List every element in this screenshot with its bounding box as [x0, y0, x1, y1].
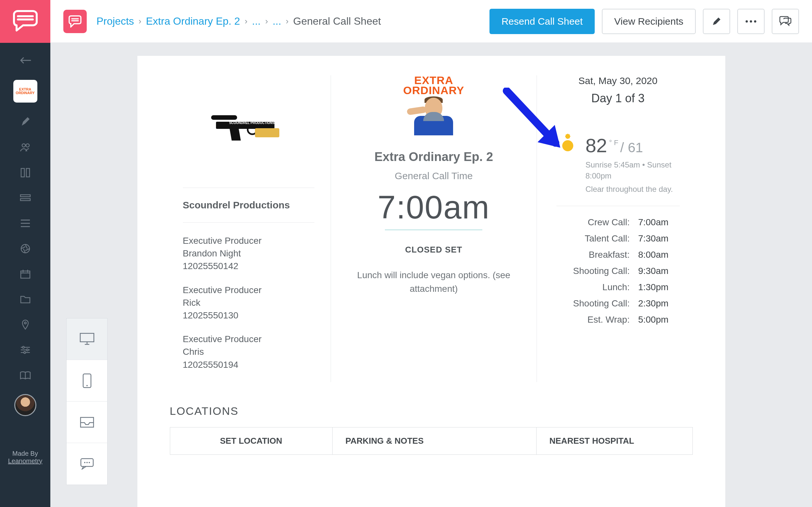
- more-button[interactable]: [737, 9, 765, 34]
- schedule-value: 7:00am: [638, 217, 680, 228]
- credit-block: Executive ProducerBrandon Night120255501…: [183, 234, 315, 273]
- crumb-ellipsis[interactable]: ...: [272, 15, 281, 27]
- resend-button[interactable]: Resend Call Sheet: [490, 9, 595, 34]
- col-parking-notes: PARKING & NOTES: [333, 428, 537, 454]
- view-recipients-button[interactable]: View Recipients: [602, 9, 696, 34]
- comments-button[interactable]: [772, 9, 799, 34]
- book-icon[interactable]: [19, 370, 31, 381]
- device-preview-panel: [66, 318, 107, 485]
- call-time-column: EXTRAORDINARY Extra Ordinary Ep. 2 Gener…: [331, 75, 537, 382]
- svg-point-16: [84, 462, 86, 463]
- shoot-day: Day 1 of 3: [556, 92, 680, 105]
- credit-phone: 12025550142: [183, 260, 315, 272]
- project-badge[interactable]: [63, 10, 87, 33]
- pencil-icon: [712, 16, 721, 26]
- schedule-row: Est. Wrap:5:00pm: [556, 315, 680, 325]
- credit-name: Brandon Night: [183, 247, 315, 260]
- crumb-ellipsis[interactable]: ...: [252, 15, 261, 27]
- svg-rect-12: [80, 333, 94, 342]
- schedule-value: 2:30pm: [638, 298, 680, 309]
- stack-icon[interactable]: [19, 192, 31, 204]
- pencil-icon[interactable]: [19, 116, 31, 128]
- device-desktop[interactable]: [66, 319, 107, 360]
- temp-high: 82: [586, 134, 607, 157]
- company-column: SCOUNDREL PRODUCTIONS Scoundrel Producti…: [170, 75, 331, 382]
- credit-block: Executive ProducerChris12025550194: [183, 333, 315, 371]
- shoot-date: Sat, May 30, 2020: [556, 75, 680, 86]
- locations-section: LOCATIONS SET LOCATION PARKING & NOTES N…: [137, 382, 725, 455]
- svg-point-21: [754, 20, 756, 22]
- svg-point-1: [26, 144, 29, 147]
- temp-low: / 61: [620, 140, 643, 156]
- crumb-current: General Call Sheet: [293, 15, 381, 27]
- svg-point-19: [746, 20, 748, 22]
- svg-point-17: [86, 462, 88, 463]
- columns-icon[interactable]: [19, 167, 31, 178]
- project-title: Extra Ordinary Ep. 2: [374, 150, 493, 164]
- schedule-row: Shooting Call:2:30pm: [556, 298, 680, 309]
- edit-button[interactable]: [703, 9, 730, 34]
- credit-name: Chris: [183, 345, 315, 358]
- svg-point-0: [22, 144, 26, 147]
- list-icon[interactable]: [19, 218, 31, 229]
- project-poster: EXTRAORDINARY: [400, 75, 468, 137]
- schedule-row: Crew Call:7:00am: [556, 217, 680, 228]
- aperture-icon[interactable]: [19, 243, 31, 255]
- schedule-list: Crew Call:7:00amTalent Call:7:30amBreakf…: [556, 217, 680, 325]
- credit-role: Executive Producer: [183, 333, 315, 345]
- made-by-company[interactable]: Leanometry: [0, 457, 50, 465]
- schedule-label: Lunch:: [556, 282, 630, 292]
- crumb-projects[interactable]: Projects: [96, 15, 134, 27]
- svg-point-9: [22, 346, 24, 348]
- chevron-right-icon: ›: [265, 16, 269, 26]
- folder-icon[interactable]: [19, 293, 31, 305]
- temp-unit: ° F: [609, 138, 618, 147]
- credit-phone: 12025550130: [183, 309, 315, 322]
- sun-icon: [556, 134, 579, 157]
- credit-phone: 12025550194: [183, 358, 315, 371]
- topbar: Projects › Extra Ordinary Ep. 2 › ... › …: [50, 0, 812, 43]
- back-arrow-icon[interactable]: [19, 55, 31, 66]
- schedule-label: Est. Wrap:: [556, 315, 630, 325]
- col-set-location: SET LOCATION: [170, 428, 333, 454]
- crumb-project[interactable]: Extra Ordinary Ep. 2: [146, 15, 240, 27]
- credit-name: Rick: [183, 296, 315, 309]
- svg-point-14: [86, 385, 88, 386]
- svg-rect-2: [21, 168, 24, 177]
- device-inbox[interactable]: [66, 401, 107, 443]
- people-icon[interactable]: [19, 142, 31, 153]
- svg-point-10: [26, 349, 28, 351]
- sun-times: Sunrise 5:45am • Sunset 8:00pm: [586, 159, 680, 181]
- call-time-value: 7:00am: [378, 188, 490, 226]
- schedule-value: 9:30am: [638, 266, 680, 276]
- schedule-label: Shooting Call:: [556, 266, 630, 276]
- schedule-value: 7:30am: [638, 233, 680, 244]
- content-scroll[interactable]: SCOUNDREL PRODUCTIONS Scoundrel Producti…: [50, 43, 812, 507]
- call-sheet: SCOUNDREL PRODUCTIONS Scoundrel Producti…: [137, 56, 725, 507]
- user-avatar[interactable]: [14, 394, 36, 416]
- project-thumbnail[interactable]: EXTRAORDINARY: [13, 80, 37, 103]
- svg-rect-7: [21, 271, 30, 278]
- calendar-icon[interactable]: [19, 268, 31, 280]
- schedule-label: Talent Call:: [556, 233, 630, 244]
- sliders-icon[interactable]: [19, 344, 31, 356]
- schedule-column: Sat, May 30, 2020 Day 1 of 3: [537, 75, 693, 382]
- credit-role: Executive Producer: [183, 284, 315, 296]
- device-chat[interactable]: [66, 443, 107, 485]
- chevron-right-icon: ›: [244, 16, 248, 26]
- schedule-value: 5:00pm: [638, 315, 680, 325]
- rail-footer: Made By Leanometry: [0, 450, 50, 465]
- device-mobile[interactable]: [66, 360, 107, 401]
- brand-logo[interactable]: [0, 0, 50, 43]
- schedule-value: 8:00am: [638, 249, 680, 260]
- schedule-value: 1:30pm: [638, 282, 680, 292]
- schedule-label: Shooting Call:: [556, 298, 630, 309]
- pin-icon[interactable]: [19, 319, 31, 330]
- breadcrumb: Projects › Extra Ordinary Ep. 2 › ... › …: [96, 15, 381, 27]
- svg-point-8: [24, 322, 26, 324]
- locations-heading: LOCATIONS: [170, 405, 693, 417]
- more-horizontal-icon: [745, 20, 757, 23]
- call-time-label: General Call Time: [395, 170, 472, 181]
- svg-rect-5: [20, 199, 30, 201]
- chat-icon: [779, 16, 792, 27]
